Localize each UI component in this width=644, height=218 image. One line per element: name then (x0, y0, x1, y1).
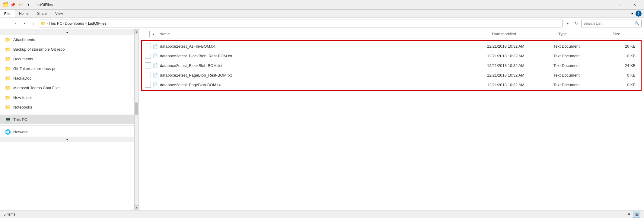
file-type-icon: 📄 (152, 72, 158, 78)
search-icon[interactable]: 🔍 (635, 21, 639, 26)
file-type-icon: 📄 (152, 43, 158, 49)
col-header-name[interactable]: Name (158, 29, 491, 39)
up-button[interactable]: ↑ (30, 20, 37, 27)
sidebar-item-notebooks[interactable]: 📁 Notebooks (0, 102, 134, 112)
back-button[interactable]: ‹ (2, 20, 10, 27)
table-row[interactable]: 📄 databoxe2etest_BlockBlob-BOM.txt 12/21… (142, 61, 640, 70)
sidebar-item-git-token[interactable]: 📁 Git-Token-azure-docs-pr (0, 64, 134, 73)
col-header-type[interactable]: Type (557, 29, 611, 39)
file-type-icon: 📄 (152, 53, 158, 59)
close-button[interactable]: ✕ (628, 0, 642, 10)
breadcrumb-item-thispc[interactable]: 📁 (41, 21, 46, 26)
selection-box: 📄 databoxe2etest_AzFile-BOM.txt 12/21/20… (141, 40, 642, 91)
address-dropdown-icon[interactable]: ▾ (564, 20, 572, 27)
scrollbar-track[interactable] (135, 34, 139, 205)
sidebar-item-documents[interactable]: 📁 Documents (0, 54, 134, 64)
breadcrumb-sep-3: › (85, 22, 86, 25)
select-all-checkbox[interactable] (144, 31, 150, 37)
scrollbar-up-button[interactable]: ▲ (135, 29, 139, 34)
table-row[interactable]: 📄 databoxe2etest_PageBlob-BOM.txt 12/21/… (142, 80, 640, 90)
app-icon: 🗂️ (2, 2, 8, 8)
sidebar: ▲ 📁 Attachments 📁 Backup of storsimple G… (0, 29, 139, 210)
file-type-label: Text Document (553, 73, 608, 77)
view-toggle: ≡ ▤ (625, 211, 640, 218)
folder-icon: 📁 (5, 46, 11, 52)
file-type-label: Text Document (553, 63, 608, 68)
sidebar-item-new-folder[interactable]: 📁 New folder (0, 93, 134, 102)
sidebar-list: ▲ 📁 Attachments 📁 Backup of storsimple G… (0, 29, 139, 210)
sidebar-item-thispc[interactable]: 💻 This PC (0, 115, 134, 124)
row-checkbox[interactable] (145, 72, 151, 78)
search-input[interactable] (583, 21, 633, 26)
ribbon-tab-bar: File Home Share View ▾ ? (0, 10, 644, 17)
file-type-label: Text Document (553, 83, 608, 87)
tab-share[interactable]: Share (33, 10, 51, 17)
list-view-button[interactable]: ≡ (625, 211, 633, 218)
file-type-icon: 📄 (152, 62, 158, 68)
status-item-count: 5 items (4, 212, 625, 216)
tab-home[interactable]: Home (15, 10, 33, 17)
file-list-header: ▲ Name Date modified Type Size (139, 29, 644, 39)
sidebar-item-teams[interactable]: 📁 Microsoft Teams Chat Files (0, 83, 134, 93)
ribbon-help-area: ▾ ? (630, 10, 644, 17)
details-view-button[interactable]: ▤ (633, 211, 640, 218)
sidebar-item-backup[interactable]: 📁 Backup of storsimple Git repo (0, 44, 134, 54)
sidebar-scroll-area: ▲ 📁 Attachments 📁 Backup of storsimple G… (0, 29, 139, 210)
sidebar-item-attachments[interactable]: 📁 Attachments (0, 35, 134, 44)
col-header-date[interactable]: Date modified (491, 29, 557, 39)
breadcrumb-item-thispc-label[interactable]: This PC (49, 21, 62, 26)
sidebar-scroll-down[interactable]: ▼ (0, 137, 134, 142)
refresh-button[interactable]: ↻ (572, 20, 580, 27)
status-bar: 5 items ≡ ▤ (0, 210, 644, 218)
quick-access-toolbar: 📌 ↩ ▾ (10, 2, 31, 8)
sidebar-item-label: Microsoft Teams Chat Files (13, 86, 61, 90)
address-bar-actions: ▾ ↻ (564, 20, 580, 27)
row-checkbox[interactable] (145, 82, 151, 88)
recent-locations-button[interactable]: ▾ (21, 20, 28, 27)
sidebar-divider (0, 113, 134, 113)
file-size-label: 0 KB (608, 54, 638, 58)
sidebar-item-label: HackaDoc (13, 76, 31, 81)
file-name: databoxe2etest_PageBlob_Rest-BOM.txt (160, 73, 487, 77)
window-controls: ─ □ ✕ (600, 0, 642, 10)
folder-icon: 📁 (41, 21, 46, 26)
row-checkbox[interactable] (145, 43, 151, 49)
file-size-label: 0 KB (608, 73, 638, 77)
row-checkbox[interactable] (145, 53, 151, 59)
sidebar-scroll-up[interactable]: ▲ (0, 29, 134, 35)
ribbon-collapse-icon[interactable]: ▾ (630, 11, 634, 16)
maximize-button[interactable]: □ (614, 0, 628, 10)
help-icon[interactable]: ? (636, 11, 642, 17)
breadcrumb-current-folder[interactable]: ListOfFiles (87, 21, 108, 26)
folder-icon: 📁 (5, 104, 11, 110)
file-size-label: 26 KB (608, 44, 638, 49)
folder-icon: 📁 (5, 56, 11, 62)
col-header-size[interactable]: Size (611, 29, 642, 39)
sidebar-item-network[interactable]: 🌐 Network (0, 127, 134, 137)
scrollbar-down-button[interactable]: ▼ (135, 205, 139, 210)
row-checkbox[interactable] (145, 62, 151, 68)
table-row[interactable]: 📄 databoxe2etest_PageBlob_Rest-BOM.txt 1… (142, 70, 640, 80)
address-bar: ‹ › ▾ ↑ 📁 › This PC › Downloads › ListOf… (0, 18, 644, 29)
breadcrumb-item-downloads[interactable]: Downloads (65, 21, 84, 26)
forward-button[interactable]: › (11, 20, 19, 27)
quick-access-dropdown-icon[interactable]: ▾ (25, 2, 31, 8)
folder-icon: 📁 (5, 66, 11, 71)
pin-icon[interactable]: 📌 (10, 2, 16, 8)
table-row[interactable]: 📄 databoxe2etest_BlockBlob_Rest-BOM.txt … (142, 51, 640, 61)
tab-view[interactable]: View (51, 10, 67, 17)
file-date-modified: 12/21/2018 10:32 AM (487, 73, 553, 77)
file-pane: ▲ Name Date modified Type Size 📄 databo (139, 29, 644, 210)
undo-icon[interactable]: ↩ (18, 2, 24, 8)
tab-file[interactable]: File (0, 10, 15, 17)
ribbon: File Home Share View ▾ ? (0, 10, 644, 18)
file-name: databoxe2etest_BlockBlob-BOM.txt (160, 63, 487, 68)
file-name: databoxe2etest_AzFile-BOM.txt (160, 44, 487, 49)
scrollbar-thumb[interactable] (135, 103, 138, 115)
sidebar-item-hackadoc[interactable]: 📁 HackaDoc (0, 73, 134, 83)
minimize-button[interactable]: ─ (600, 0, 614, 10)
breadcrumb[interactable]: 📁 › This PC › Downloads › ListOfFiles (39, 20, 563, 27)
folder-icon: 📁 (5, 85, 11, 91)
table-row[interactable]: 📄 databoxe2etest_AzFile-BOM.txt 12/21/20… (142, 41, 640, 51)
breadcrumb-sep-1: › (47, 22, 48, 25)
